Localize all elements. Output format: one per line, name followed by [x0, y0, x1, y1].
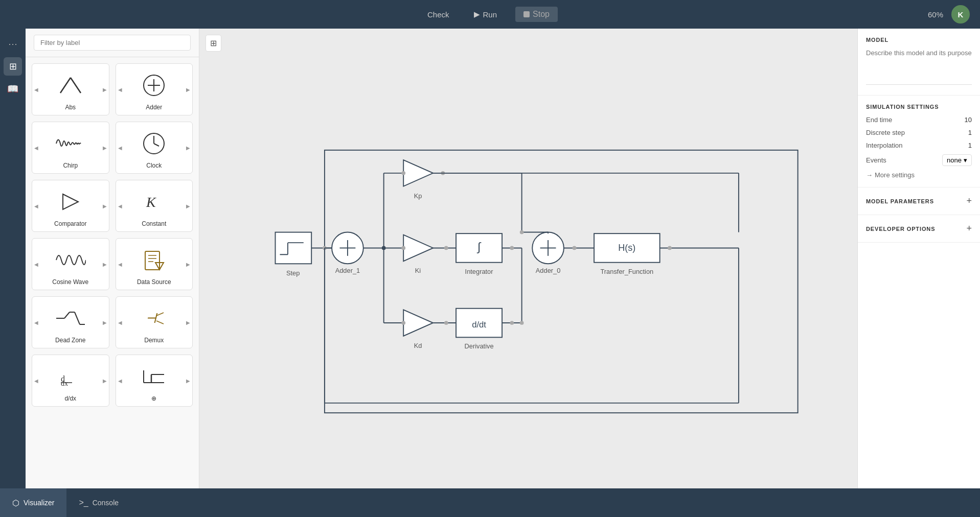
svg-point-58 — [401, 321, 405, 325]
block-adder[interactable]: ◀ Adder ▶ — [116, 63, 193, 115]
stop-button[interactable]: Stop — [515, 7, 558, 22]
console-icon: >_ — [79, 498, 88, 507]
chevron-down-icon: ▾ — [964, 156, 967, 164]
interpolation-label: Interpolation — [866, 142, 903, 149]
topbar: Check ▶ Run Stop 60% K — [0, 0, 980, 29]
search-input[interactable] — [34, 35, 191, 51]
svg-point-67 — [510, 246, 514, 250]
svg-line-22 — [156, 321, 164, 324]
svg-rect-32 — [276, 232, 312, 264]
svg-point-98 — [520, 321, 524, 325]
block-data-source[interactable]: ◀ Data Source ▶ — [116, 238, 193, 290]
block-constant[interactable]: ◀ K Constant ▶ — [116, 180, 193, 232]
block-arrow-left: ◀ — [34, 87, 38, 92]
developer-options-section[interactable]: DEVELOPER OPTIONS + — [858, 215, 980, 243]
svg-line-16 — [64, 312, 70, 318]
block-demux[interactable]: ◀ ⊣ Demux ▶ — [116, 296, 193, 348]
console-tab[interactable]: >_ Console — [66, 488, 131, 517]
developer-options-expand-icon[interactable]: + — [966, 223, 972, 234]
svg-text:⊣: ⊣ — [145, 311, 158, 326]
clock-icon — [133, 128, 174, 159]
developer-options-title: DEVELOPER OPTIONS — [866, 226, 935, 232]
svg-text:Adder_1: Adder_1 — [335, 267, 360, 274]
nav-icon-dots[interactable]: ⋯ — [4, 35, 22, 53]
block-arrow-right: ▶ — [186, 203, 190, 209]
visualizer-tab[interactable]: ⬡ Visualizer — [0, 488, 66, 517]
derivative-icon: d dx — [50, 361, 91, 392]
end-time-label: End time — [866, 116, 892, 124]
block-arrow-right: ▶ — [186, 320, 190, 325]
sidebar-search-area — [26, 29, 199, 57]
svg-point-97 — [520, 230, 524, 234]
svg-text:K: K — [146, 194, 156, 210]
bottombar: ⬡ Visualizer >_ Console — [0, 488, 980, 517]
run-button[interactable]: ▶ Run — [468, 7, 504, 22]
sidebar: ◀ Abs ▶ ◀ — [26, 29, 199, 488]
block-step2[interactable]: ◀ ⊕ ▶ — [116, 355, 193, 407]
blocks-list: ◀ Abs ▶ ◀ — [26, 57, 199, 488]
svg-point-74 — [510, 321, 514, 325]
events-select[interactable]: none ▾ — [942, 154, 972, 166]
block-dead-zone[interactable]: ◀ Dead Zone ▶ — [32, 296, 109, 348]
demux-label: Demux — [144, 337, 164, 344]
comparator-label: Comparator — [54, 220, 86, 227]
block-arrow-left: ◀ — [118, 145, 122, 151]
derivative-label: d/dx — [64, 395, 76, 402]
simulation-settings-section: SIMULATION SETTINGS End time 10 Discrete… — [858, 96, 980, 187]
block-derivative[interactable]: ◀ d dx d/dx ▶ — [32, 355, 109, 407]
abs-icon — [50, 70, 91, 101]
svg-text:H(s): H(s) — [618, 243, 635, 253]
diagram-svg: Step Adder_1 Kp — [199, 29, 857, 488]
arrow-right-icon: → — [866, 171, 873, 179]
model-params-section[interactable]: MODEL PARAMETERS + — [858, 187, 980, 215]
adder-label: Adder — [146, 104, 162, 111]
block-arrow-right: ▶ — [103, 378, 107, 384]
block-arrow-right: ▶ — [186, 378, 190, 384]
visualizer-icon: ⬡ — [12, 498, 19, 508]
svg-text:Adder_0: Adder_0 — [536, 267, 561, 274]
svg-text:Ki: Ki — [415, 267, 421, 274]
block-clock[interactable]: ◀ Clock ▶ — [116, 122, 193, 174]
check-button[interactable]: Check — [421, 7, 455, 22]
svg-text:Kd: Kd — [414, 342, 422, 349]
model-params-expand-icon[interactable]: + — [966, 196, 972, 206]
svg-point-69 — [444, 321, 448, 325]
svg-marker-53 — [403, 235, 433, 261]
data-source-label: Data Source — [137, 278, 171, 286]
dead-zone-icon — [50, 303, 91, 334]
block-arrow-left: ◀ — [34, 378, 38, 384]
block-arrow-left: ◀ — [34, 262, 38, 267]
svg-marker-50 — [403, 160, 433, 186]
model-params-title: MODEL PARAMETERS — [866, 198, 934, 204]
data-source-icon — [133, 245, 174, 275]
nav-icon-blocks[interactable]: ⊞ — [4, 57, 22, 76]
nav-icon-book[interactable]: 📖 — [4, 80, 22, 98]
end-time-row: End time 10 — [866, 116, 972, 124]
interpolation-row: Interpolation 1 — [866, 142, 972, 149]
avatar: K — [951, 5, 970, 24]
svg-text:Transfer_Function: Transfer_Function — [600, 268, 653, 275]
more-settings-link[interactable]: → More settings — [866, 171, 972, 179]
comparator-icon — [50, 186, 91, 217]
events-value: none — [947, 156, 962, 164]
block-abs[interactable]: ◀ Abs ▶ — [32, 63, 109, 115]
svg-point-55 — [401, 246, 405, 250]
topbar-center: Check ▶ Run Stop — [421, 7, 558, 22]
svg-text:Kp: Kp — [414, 192, 422, 200]
block-arrow-left: ◀ — [118, 262, 122, 267]
clock-label: Clock — [146, 162, 162, 169]
block-cosine-wave[interactable]: ◀ Cosine Wave ▶ — [32, 238, 109, 290]
svg-point-52 — [401, 171, 405, 175]
canvas-area[interactable]: ⊞ Step Adder_1 — [199, 29, 857, 488]
svg-line-1 — [71, 78, 81, 93]
block-arrow-left: ◀ — [118, 378, 122, 384]
model-description[interactable] — [866, 49, 972, 85]
block-arrow-right: ▶ — [103, 262, 107, 267]
events-row: Events none ▾ — [866, 154, 972, 166]
svg-marker-8 — [63, 194, 78, 209]
topbar-right: 60% K — [928, 5, 970, 24]
chirp-icon — [50, 128, 91, 159]
block-comparator[interactable]: ◀ Comparator ▶ — [32, 180, 109, 232]
block-chirp[interactable]: ◀ Chirp ▶ — [32, 122, 109, 174]
svg-point-87 — [668, 246, 672, 250]
